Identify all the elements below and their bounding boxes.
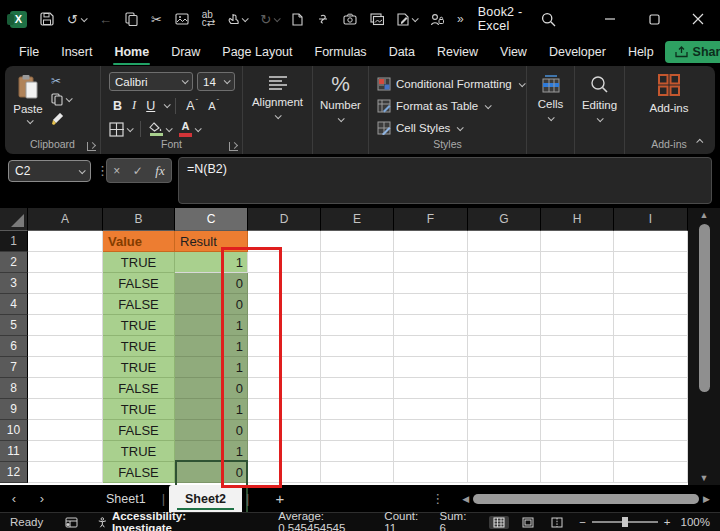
cell-A6[interactable] xyxy=(28,336,103,357)
shrink-font-button[interactable]: Aˇ xyxy=(204,99,223,113)
cell-D7[interactable] xyxy=(248,357,321,378)
normal-view-button[interactable] xyxy=(489,516,509,529)
tab-file[interactable]: File xyxy=(8,40,50,64)
cell-B7[interactable]: TRUE xyxy=(103,357,175,378)
cell-C7[interactable]: 1 xyxy=(175,357,248,378)
conditional-formatting-button[interactable]: Conditional Formatting xyxy=(377,73,526,95)
find-replace-icon[interactable]: abc⇄ xyxy=(202,11,215,27)
cell-B8[interactable]: FALSE xyxy=(103,378,175,399)
cell-I12[interactable] xyxy=(614,462,688,483)
cell-D2[interactable] xyxy=(248,252,321,273)
cell-D5[interactable] xyxy=(248,315,321,336)
column-header-g[interactable]: G xyxy=(468,208,541,231)
cell-C10[interactable]: 0 xyxy=(175,420,248,441)
font-size-select[interactable]: 14 xyxy=(197,72,235,91)
cell-E9[interactable] xyxy=(321,399,394,420)
touch-mode-icon[interactable] xyxy=(228,13,247,26)
column-header-i[interactable]: I xyxy=(614,208,688,231)
cell-F7[interactable] xyxy=(394,357,468,378)
cell-C6[interactable]: 1 xyxy=(175,336,248,357)
row-header-1[interactable]: 1 xyxy=(0,231,28,252)
row-header-8[interactable]: 8 xyxy=(0,378,28,399)
cell-E4[interactable] xyxy=(321,294,394,315)
sheet-tab-sheet1[interactable]: Sheet1 xyxy=(90,485,162,512)
cell-H2[interactable] xyxy=(541,252,614,273)
cell-I11[interactable] xyxy=(614,441,688,462)
cell-B1[interactable]: Value xyxy=(103,231,175,252)
underline-options-chevron-icon[interactable] xyxy=(164,101,171,108)
copy-icon[interactable] xyxy=(125,12,138,26)
editing-group-button[interactable]: Editing xyxy=(575,66,625,154)
tabbar-resize-handle[interactable]: ⋮ xyxy=(431,491,444,506)
tab-home[interactable]: Home xyxy=(103,40,160,64)
italic-button[interactable]: I xyxy=(128,97,140,114)
row-header-3[interactable]: 3 xyxy=(0,273,28,294)
minimize-button[interactable] xyxy=(588,0,632,38)
cell-A4[interactable] xyxy=(28,294,103,315)
copy-button[interactable] xyxy=(51,93,71,106)
horizontal-scroll-thumb[interactable] xyxy=(473,494,699,504)
scroll-right-icon[interactable]: ▶ xyxy=(699,494,714,504)
cell-D8[interactable] xyxy=(248,378,321,399)
cell-G11[interactable] xyxy=(468,441,541,462)
new-file-icon[interactable] xyxy=(292,13,303,26)
collapse-ribbon-icon[interactable] xyxy=(695,130,703,148)
row-header-11[interactable]: 11 xyxy=(0,441,28,462)
formula-bar-input[interactable]: =N(B2) xyxy=(178,157,712,204)
cell-F5[interactable] xyxy=(394,315,468,336)
column-header-c[interactable]: C xyxy=(175,208,248,231)
cell-D4[interactable] xyxy=(248,294,321,315)
borders-button[interactable] xyxy=(109,122,132,137)
format-painter-button[interactable] xyxy=(51,112,65,125)
cell-H11[interactable] xyxy=(541,441,614,462)
cell-C12[interactable]: 0 xyxy=(175,462,248,483)
copy-as-picture-icon[interactable] xyxy=(370,13,384,26)
alignment-group-button[interactable]: Alignment xyxy=(243,66,313,154)
cell-I10[interactable] xyxy=(614,420,688,441)
cell-D11[interactable] xyxy=(248,441,321,462)
cell-C1[interactable]: Result xyxy=(175,231,248,252)
cell-H6[interactable] xyxy=(541,336,614,357)
column-header-e[interactable]: E xyxy=(321,208,394,231)
cell-E7[interactable] xyxy=(321,357,394,378)
cell-I5[interactable] xyxy=(614,315,688,336)
cell-F6[interactable] xyxy=(394,336,468,357)
camera-icon[interactable] xyxy=(343,13,357,25)
cell-A5[interactable] xyxy=(28,315,103,336)
save-icon[interactable] xyxy=(40,12,54,26)
cell-H9[interactable] xyxy=(541,399,614,420)
page-break-view-button[interactable] xyxy=(547,516,567,529)
column-header-h[interactable]: H xyxy=(541,208,614,231)
ink-strike-icon[interactable] xyxy=(316,14,330,24)
row-header-5[interactable]: 5 xyxy=(0,315,28,336)
cell-F3[interactable] xyxy=(394,273,468,294)
cell-H8[interactable] xyxy=(541,378,614,399)
row-header-12[interactable]: 12 xyxy=(0,462,28,483)
cell-E10[interactable] xyxy=(321,420,394,441)
cell-E8[interactable] xyxy=(321,378,394,399)
bold-button[interactable]: B xyxy=(109,98,126,114)
cell-G4[interactable] xyxy=(468,294,541,315)
zoom-slider-thumb[interactable] xyxy=(622,517,628,527)
cell-C9[interactable]: 1 xyxy=(175,399,248,420)
cell-F11[interactable] xyxy=(394,441,468,462)
excel-logo-icon[interactable]: X xyxy=(10,11,27,28)
tab-data[interactable]: Data xyxy=(378,40,426,64)
cell-E5[interactable] xyxy=(321,315,394,336)
cell-H10[interactable] xyxy=(541,420,614,441)
cell-C2[interactable]: 1 xyxy=(175,252,248,273)
underline-button[interactable]: U xyxy=(142,98,159,114)
cell-H1[interactable] xyxy=(541,231,614,252)
zoom-slider[interactable] xyxy=(592,521,658,523)
clipboard-dialog-launcher[interactable] xyxy=(87,142,96,151)
cell-I1[interactable] xyxy=(614,231,688,252)
cell-E11[interactable] xyxy=(321,441,394,462)
cell-A3[interactable] xyxy=(28,273,103,294)
cell-A12[interactable] xyxy=(28,462,103,483)
select-all-corner[interactable] xyxy=(0,208,28,231)
cell-E3[interactable] xyxy=(321,273,394,294)
row-header-7[interactable]: 7 xyxy=(0,357,28,378)
cell-C4[interactable]: 0 xyxy=(175,294,248,315)
zoom-out-button[interactable]: − xyxy=(579,516,586,528)
cell-G10[interactable] xyxy=(468,420,541,441)
